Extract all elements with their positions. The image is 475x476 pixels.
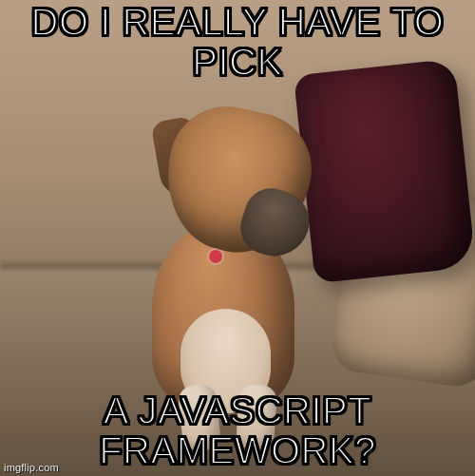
sad-bulldog xyxy=(114,90,332,432)
meme-top-text: DO I REALLY HAVE TO PICK xyxy=(0,2,475,82)
meme-image: DO I REALLY HAVE TO PICK A JAVASCRIPT FR… xyxy=(0,0,475,476)
meme-bottom-text: A JAVASCRIPT FRAMEWORK? xyxy=(0,390,475,470)
dog-collar-tag xyxy=(209,250,222,263)
watermark: imgflip.com xyxy=(4,462,59,473)
